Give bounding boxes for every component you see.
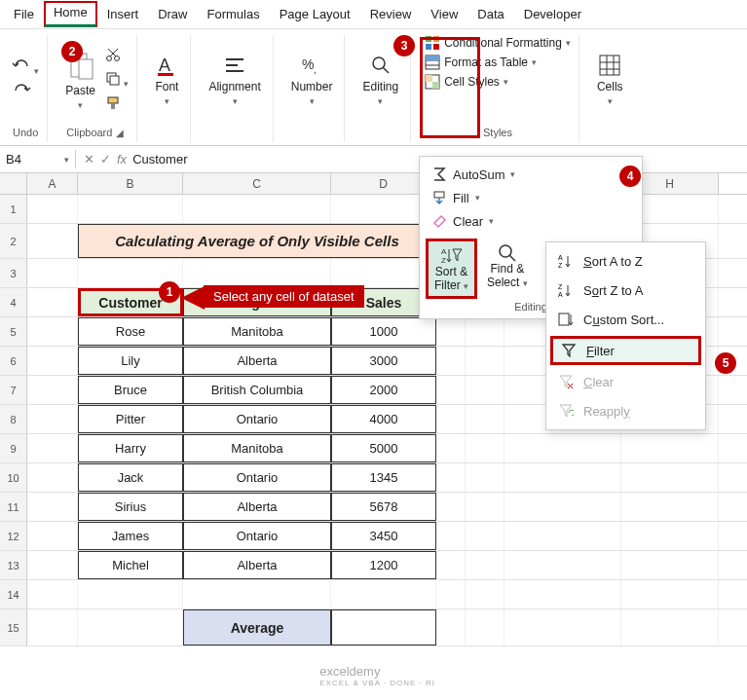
row-header[interactable]: 15 [0, 609, 27, 645]
cell[interactable] [27, 259, 78, 287]
row-header[interactable]: 3 [0, 259, 27, 287]
copy-button[interactable]: ▾ [105, 71, 129, 90]
format-painter-button[interactable] [105, 95, 129, 114]
cell[interactable]: British Columbia [183, 376, 331, 404]
cell[interactable] [466, 317, 504, 346]
cell[interactable]: Alberta [183, 493, 331, 521]
cancel-formula-icon[interactable]: ✕ [84, 152, 94, 166]
cell[interactable] [621, 434, 719, 462]
cell[interactable] [466, 405, 504, 433]
cell[interactable]: 1345 [331, 463, 436, 492]
cell[interactable] [78, 609, 183, 645]
cell[interactable]: Lily [78, 347, 183, 375]
number-button[interactable]: %, Number ▾ [287, 52, 337, 108]
cell[interactable]: 4000 [331, 405, 436, 433]
cell[interactable] [466, 522, 504, 550]
cell[interactable] [436, 463, 466, 492]
row-header[interactable]: 2 [0, 224, 27, 258]
fx-icon[interactable]: fx [117, 152, 127, 166]
row-header[interactable]: 14 [0, 580, 27, 608]
cell[interactable] [504, 434, 621, 462]
cell[interactable] [27, 463, 78, 492]
cell[interactable] [183, 195, 331, 223]
formula-input[interactable]: Customer [132, 152, 187, 166]
cell[interactable] [78, 580, 183, 608]
cell[interactable]: Ontario [183, 405, 331, 433]
sort-filter-button[interactable]: AZ Sort & Filter ▾ [426, 239, 477, 299]
clipboard-dialog-launcher[interactable]: ◢ [116, 128, 124, 138]
cell[interactable] [436, 522, 466, 550]
sort-za-item[interactable]: ZA Sort Z to A [546, 276, 705, 305]
row-header[interactable]: 1 [0, 195, 27, 223]
cell[interactable] [27, 434, 78, 462]
cell[interactable]: Harry [78, 434, 183, 462]
cell[interactable] [436, 434, 466, 462]
cell[interactable] [504, 522, 621, 550]
cell[interactable] [27, 347, 78, 375]
cell[interactable] [466, 609, 504, 645]
cell[interactable]: Jack [78, 463, 183, 492]
cell[interactable] [27, 288, 78, 316]
menu-tab-insert[interactable]: Insert [97, 3, 149, 25]
cell[interactable] [331, 609, 436, 645]
alignment-button[interactable]: Alignment ▾ [205, 52, 264, 108]
row-header[interactable]: 4 [0, 288, 27, 316]
menu-tab-view[interactable]: View [421, 3, 467, 25]
cell[interactable]: Sirius [78, 493, 183, 521]
row-header[interactable]: 10 [0, 463, 27, 492]
cell[interactable] [27, 522, 78, 550]
cell[interactable]: Manitoba [183, 434, 331, 462]
autosum-button[interactable]: AutoSum ▾ [426, 163, 636, 186]
reapply-item[interactable]: Reapply [546, 396, 705, 425]
menu-tab-pagelayout[interactable]: Page Layout [270, 3, 360, 25]
cell[interactable]: Michel [78, 551, 183, 579]
cell[interactable] [436, 493, 466, 521]
cell[interactable] [27, 195, 78, 223]
cell[interactable] [621, 463, 719, 492]
cell[interactable] [466, 551, 504, 579]
row-header[interactable]: 7 [0, 376, 27, 404]
name-box[interactable]: B4 ▾ [0, 150, 76, 168]
cell[interactable] [466, 347, 504, 375]
cell[interactable]: Ontario [183, 522, 331, 550]
font-button[interactable]: A Font ▾ [151, 52, 182, 108]
cell[interactable] [27, 609, 78, 645]
cell[interactable] [436, 405, 466, 433]
cell[interactable] [183, 580, 331, 608]
cell[interactable]: Alberta [183, 551, 331, 579]
cell[interactable] [27, 405, 78, 433]
find-select-button[interactable]: Find & Select ▾ [481, 239, 534, 299]
menu-tab-file[interactable]: File [4, 3, 44, 25]
cell[interactable] [436, 551, 466, 579]
cell[interactable]: Average [183, 609, 331, 645]
menu-tab-developer[interactable]: Developer [514, 3, 591, 25]
cell[interactable] [466, 376, 504, 404]
undo-button[interactable]: ▾ [12, 58, 39, 77]
row-header[interactable]: 11 [0, 493, 27, 521]
clear-filter-item[interactable]: Clear [546, 367, 705, 396]
cell[interactable]: James [78, 522, 183, 550]
enter-formula-icon[interactable]: ✓ [100, 152, 111, 166]
cell[interactable] [504, 551, 621, 579]
cell[interactable]: 3000 [331, 347, 436, 375]
cell[interactable]: Manitoba [183, 317, 331, 346]
cell[interactable]: 3450 [331, 522, 436, 550]
cell[interactable]: Ontario [183, 463, 331, 492]
cell[interactable] [621, 493, 719, 521]
cell[interactable] [27, 224, 78, 258]
cell[interactable]: Alberta [183, 347, 331, 375]
col-header-a[interactable]: A [27, 173, 78, 194]
sort-az-item[interactable]: AZ Sort A to Z [546, 246, 705, 276]
cell[interactable]: 5000 [331, 434, 436, 462]
cell[interactable] [621, 522, 719, 550]
row-header[interactable]: 5 [0, 317, 27, 346]
cut-button[interactable] [105, 47, 129, 65]
cell[interactable] [27, 376, 78, 404]
cell[interactable] [466, 463, 504, 492]
cell[interactable] [436, 609, 466, 645]
cell[interactable] [504, 580, 621, 608]
cell[interactable] [466, 434, 504, 462]
cell[interactable] [27, 551, 78, 579]
row-header[interactable]: 8 [0, 405, 27, 433]
cell[interactable] [466, 493, 504, 521]
